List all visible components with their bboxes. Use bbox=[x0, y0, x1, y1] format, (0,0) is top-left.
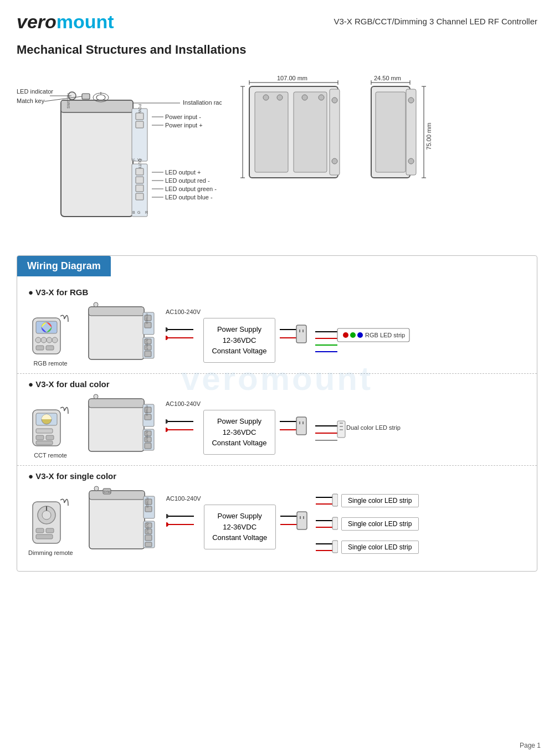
dim-width: 107.00 mm bbox=[277, 75, 307, 81]
svg-point-107 bbox=[94, 394, 98, 399]
dual-psu: Power Supply 12-36VDC Constant Voltage bbox=[203, 410, 275, 455]
svg-rect-52 bbox=[376, 92, 406, 172]
svg-point-55 bbox=[408, 158, 414, 164]
svg-rect-123 bbox=[296, 417, 306, 435]
svg-text:V+: V+ bbox=[137, 158, 142, 162]
svg-point-120 bbox=[166, 428, 168, 432]
rgb-psu-area: AC100-240V Power Supply 12-36VDC Constan… bbox=[166, 306, 307, 363]
dual-psu-label: Power Supply 12-36VDC Constant Voltage bbox=[212, 416, 267, 449]
mechanical-area: SWITCH POWER OUTPUT B G bbox=[17, 67, 537, 239]
svg-rect-167 bbox=[332, 494, 338, 506]
svg-rect-69 bbox=[89, 307, 144, 316]
rgb-psu: Power Supply 12-36VDC Constant Voltage bbox=[203, 318, 275, 363]
dual-ac-label: AC100-240V bbox=[166, 400, 201, 407]
svg-point-41 bbox=[319, 95, 324, 100]
svg-point-54 bbox=[408, 97, 414, 103]
svg-point-63 bbox=[41, 337, 47, 343]
wiring-header: Wiring Diagram bbox=[17, 256, 111, 276]
svg-rect-114 bbox=[145, 443, 151, 449]
dimming-remote-box: Dimming remote bbox=[28, 486, 73, 556]
wiring-dual: V3-X for dual color bbox=[17, 374, 537, 466]
dim-height-right: 75.00 mm bbox=[425, 123, 432, 150]
wiring-rgb: V3-X for RGB bbox=[17, 282, 537, 374]
dual-psu-area: AC100-240V Power Supply 12-36VDC Constan… bbox=[166, 398, 307, 455]
rgb-title: V3-X for RGB bbox=[28, 287, 526, 297]
rgb-controller: POWER OUTPUT bbox=[80, 301, 158, 368]
header: veromount V3-X RGB/CCT/Dimming 3 Channel… bbox=[17, 11, 537, 33]
svg-rect-14 bbox=[136, 193, 143, 200]
svg-rect-153 bbox=[145, 542, 152, 547]
single-diagram-row: Dimming remote SYNC bbox=[28, 485, 526, 557]
svg-point-64 bbox=[47, 337, 52, 343]
svg-rect-152 bbox=[145, 535, 152, 541]
svg-text:OUTPUT: OUTPUT bbox=[145, 430, 148, 442]
svg-rect-0 bbox=[61, 100, 133, 217]
cct-remote-box: CCT remote bbox=[28, 394, 73, 459]
single-strip-row-3: Single color LED strip bbox=[316, 539, 419, 555]
wiring-section: Wiring Diagram V3-X for RGB bbox=[17, 255, 537, 572]
svg-rect-139 bbox=[46, 528, 54, 533]
single-psu-label: Power Supply 12-36VDC Constant Voltage bbox=[212, 511, 268, 543]
svg-point-43 bbox=[332, 97, 337, 103]
svg-text:RGB LED strip: RGB LED strip bbox=[365, 332, 405, 338]
dual-controller: POWER OUTPUT bbox=[80, 393, 158, 460]
svg-rect-60 bbox=[36, 321, 57, 333]
label-led-output-pos: LED output + bbox=[165, 169, 201, 176]
svg-rect-173 bbox=[332, 541, 338, 553]
svg-rect-104 bbox=[36, 441, 53, 445]
svg-point-96 bbox=[357, 332, 363, 338]
svg-rect-86 bbox=[296, 325, 306, 343]
svg-rect-67 bbox=[46, 346, 54, 350]
svg-point-118 bbox=[166, 419, 168, 424]
logo-vero: vero bbox=[17, 11, 57, 32]
svg-rect-1 bbox=[61, 100, 133, 112]
label-power-input-neg: Power input - bbox=[165, 114, 201, 120]
label-power-input-pos: Power input + bbox=[165, 122, 203, 128]
controller-svg: SWITCH POWER OUTPUT B G bbox=[17, 67, 222, 233]
single-psu: Power Supply 12-36VDC Constant Voltage bbox=[204, 505, 276, 549]
svg-point-136 bbox=[42, 511, 51, 520]
svg-text:SYNC: SYNC bbox=[104, 490, 111, 493]
front-view: 107.00 mm bbox=[238, 73, 349, 205]
svg-point-65 bbox=[52, 337, 58, 343]
single-strip-label-1: Single color LED strip bbox=[341, 494, 419, 507]
rgb-strip-area: RGB LED strip bbox=[315, 326, 415, 359]
dual-strip-area: Dual color LED strip bbox=[315, 418, 415, 451]
svg-point-157 bbox=[166, 514, 168, 518]
svg-point-81 bbox=[166, 327, 168, 332]
rgb-remote-label: RGB remote bbox=[33, 360, 67, 367]
svg-rect-103 bbox=[46, 435, 54, 440]
svg-rect-12 bbox=[136, 177, 143, 183]
label-led-output-red: LED output red - bbox=[165, 177, 210, 184]
svg-text:POWER: POWER bbox=[145, 313, 148, 324]
svg-point-20 bbox=[96, 95, 105, 100]
single-strip-row-1: Single color LED strip bbox=[316, 493, 419, 508]
wiring-title: Wiring Diagram bbox=[27, 260, 101, 271]
svg-text:R: R bbox=[145, 210, 148, 214]
svg-point-83 bbox=[166, 336, 168, 340]
label-installation-rack: Installation rack bbox=[183, 99, 222, 106]
svg-rect-170 bbox=[332, 517, 338, 529]
svg-rect-3 bbox=[82, 94, 90, 99]
svg-rect-138 bbox=[36, 528, 44, 533]
single-strip-area: Single color LED strip Single color LED … bbox=[316, 493, 419, 555]
svg-point-40 bbox=[302, 95, 307, 100]
svg-point-143 bbox=[94, 486, 99, 491]
single-ac-label: AC100-240V bbox=[166, 495, 201, 502]
svg-rect-36 bbox=[255, 92, 288, 172]
rgb-ac-label: AC100-240V bbox=[166, 306, 307, 316]
svg-point-39 bbox=[277, 95, 283, 100]
svg-rect-102 bbox=[36, 435, 44, 440]
svg-rect-142 bbox=[89, 491, 145, 500]
svg-point-70 bbox=[94, 302, 98, 307]
single-strip-label-3: Single color LED strip bbox=[341, 541, 419, 554]
single-strip-label-2: Single color LED strip bbox=[341, 517, 419, 531]
label-led-indicator: LED indicator bbox=[17, 88, 53, 95]
label-match-key: Match key bbox=[17, 97, 45, 104]
single-strip-row-2: Single color LED strip bbox=[316, 516, 419, 532]
label-led-output-green: LED output green - bbox=[165, 186, 217, 192]
svg-point-62 bbox=[35, 337, 41, 343]
svg-rect-140 bbox=[36, 534, 53, 539]
logo: veromount bbox=[17, 11, 114, 33]
svg-point-44 bbox=[332, 158, 337, 164]
